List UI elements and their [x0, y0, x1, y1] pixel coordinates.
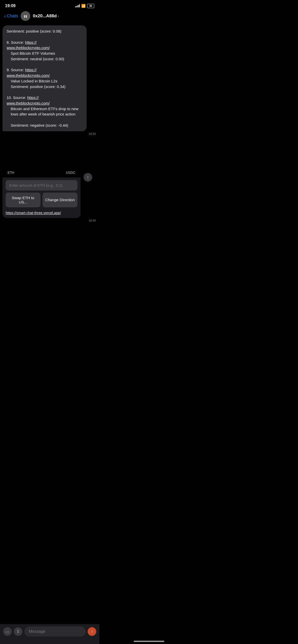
wifi-icon: 📶 — [81, 4, 86, 8]
source-9-link[interactable]: https://www.theblockcrypto.com/ — [7, 68, 50, 78]
widget-input-area: Swap ETH to US... Change Direction — [3, 178, 80, 209]
message-bubble-1: Sentiment: positive (score: 0.08) 8. Sou… — [3, 25, 97, 135]
source-9-sentiment: Sentiment: positive (score: 0.34) — [7, 84, 83, 90]
message-bubble-2: ETH USDC Swap ETH to US... Change Direct… — [3, 137, 97, 222]
msg1-timestamp: 18:39 — [3, 132, 97, 135]
bubble-text-1: Sentiment: positive (score: 0.08) 8. Sou… — [3, 25, 87, 131]
status-icons: 📶 30 — [75, 4, 94, 8]
avatar: ▮▮ — [21, 11, 30, 21]
chat-title[interactable]: 0x20...A88d › — [33, 13, 59, 19]
eth-amount-input[interactable] — [6, 180, 77, 191]
source-10-link[interactable]: https://www.theblockcrypto.com/ — [7, 95, 50, 105]
change-direction-button[interactable]: Change Direction — [43, 193, 77, 207]
widget-link[interactable]: https://smart-chat-three.vercel.app/ — [3, 209, 80, 218]
source-8-link[interactable]: https://www.theblockcrypto.com/ — [7, 40, 50, 50]
battery-indicator: 30 — [87, 4, 94, 8]
swap-display: ETH USDC — [3, 137, 80, 178]
chevron-right-icon: › — [58, 14, 59, 18]
source-9-label: 9. Source: https://www.theblockcrypto.co… — [7, 68, 50, 78]
share-button[interactable]: ⇧ — [84, 173, 92, 182]
nav-bar: ‹ Chats ▮▮ 0x20...A88d › — [0, 10, 99, 23]
source-8-title: Spot Bitcoin ETF Volumes — [7, 51, 83, 56]
share-icon: ⇧ — [86, 175, 89, 180]
swap-widget: ETH USDC Swap ETH to US... Change Direct… — [3, 137, 80, 218]
source-8-label: 8. Source: https://www.theblockcrypto.co… — [7, 40, 50, 50]
status-time: 19:09 — [5, 4, 16, 8]
token-from-label: ETH — [8, 171, 14, 174]
token-to-label: USDC — [66, 171, 75, 174]
status-bar: 19:09 📶 30 — [0, 0, 99, 10]
swap-button[interactable]: Swap ETH to US... — [6, 193, 40, 207]
messages-area: Sentiment: positive (score: 0.08) 8. Sou… — [0, 23, 99, 247]
source-10-title: Bitcoin and Ethereum ETFs drop to new lo… — [7, 106, 83, 117]
source-8-sentiment: Sentiment: neutral (score: 0.00) — [7, 56, 83, 62]
widget-wrapper: ETH USDC Swap ETH to US... Change Direct… — [3, 137, 97, 218]
widget-buttons-row: Swap ETH to US... Change Direction — [6, 193, 77, 207]
msg2-timestamp: 18:39 — [3, 219, 97, 222]
sentiment-positive-1: Sentiment: positive (score: 0.08) — [7, 29, 61, 33]
chevron-left-icon: ‹ — [4, 13, 6, 19]
back-button[interactable]: ‹ Chats — [4, 13, 18, 19]
signal-icon — [75, 4, 80, 7]
source-10-sentiment: Sentiment: negative (score: -0.44) — [7, 123, 83, 128]
source-9-title: Value Locked in Bitcoin L2s — [7, 78, 83, 84]
source-10-label: 10. Source: https://www.theblockcrypto.c… — [7, 95, 50, 105]
back-label: Chats — [7, 13, 18, 19]
